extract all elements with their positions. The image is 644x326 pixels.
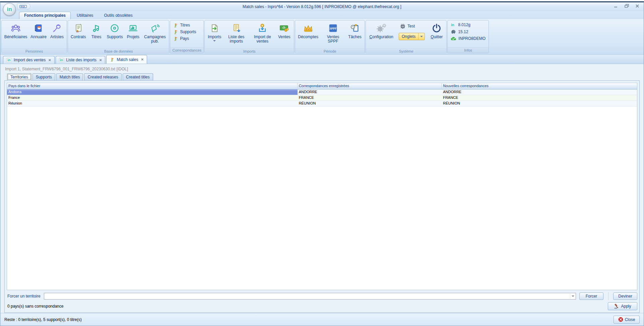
column-header-nouvelles[interactable]: Nouvelles correspondances [442,83,637,89]
sql-icon[interactable]: SQL [19,5,27,8]
ribbon-item-correspondances-supports[interactable]: Supports [172,29,197,35]
close-window-icon [635,4,639,8]
ribbon-item-decomptes[interactable]: Décomptes [296,21,320,48]
ribbon-group-infos: in 8.012g 15.12 [447,20,489,53]
doc-tab-label: Import des ventes [14,58,46,62]
sub-tab-match-titles[interactable]: Match titles [56,73,83,80]
info-label: 8.012g [458,22,470,27]
forcer-button[interactable]: Forcer [579,292,603,300]
minimize-button[interactable] [613,4,619,8]
ribbon-item-label: Ventes [278,35,291,39]
table-row-andorra[interactable]: Andorra ANDORRE ANDORRE [7,89,637,95]
close-tab-icon[interactable]: ✕ [141,58,143,61]
column-header-correspondances[interactable]: Correspondances enregistrées [298,83,442,89]
in-logo-icon: in [59,58,64,62]
title-bar: in SQL Match sales - Inpro*64 - Version … [0,2,644,11]
doc-tab-import-des-ventes[interactable]: in Import des ventes ✕ [3,56,55,64]
ribbon-item-annuaire[interactable]: Annuaire [29,21,48,48]
app-menu-button[interactable]: in [3,3,16,16]
sub-tab-created-releases[interactable]: Created releases [84,73,121,80]
cell-new[interactable]: FRANCE [442,95,637,101]
doc-tab-liste-des-imports[interactable]: in Liste des imports ✕ [56,56,106,64]
ribbon-group-label: Imports [205,48,294,54]
ribbon-item-label: Quitter [431,35,443,39]
status-remaining-text: Reste : 0 territoire(s), 5 support(s), 0… [4,317,82,322]
cell-file-country[interactable]: France [7,95,298,101]
cell-registered[interactable]: ANDORRE [298,89,442,95]
ribbon-item-label: Supports [180,29,196,34]
ribbon-group-base-de-donnees: Contrats Titres [68,20,169,53]
doc-tab-match-sales[interactable]: Match sales ✕ [106,55,147,64]
force-territory-combobox[interactable] [44,293,576,300]
ribbon-item-configuration[interactable]: Configuration [367,21,396,48]
address-book-icon [34,22,43,34]
cd-icon [110,22,119,34]
territories-panel: Pays dans le fichier Correspondances enr… [4,80,640,313]
ribbon-item-liste-des-imports[interactable]: Liste des imports [223,21,249,48]
ribbon-item-contrats[interactable]: Contrats [69,21,87,48]
ribbon-item-label: Bénéficiaires [4,35,27,39]
ribbon-item-ventes-sppf[interactable]: SPPF Ventes SPPF [320,21,346,48]
close-icon [618,317,623,322]
window-controls [613,4,640,8]
cell-registered[interactable]: FRANCE [298,95,442,101]
ribbon-item-correspondances-pays[interactable]: Pays [172,36,197,42]
table-row-france[interactable]: France FRANCE FRANCE [7,95,637,101]
ribbon-item-ventes[interactable]: $ Ventes [275,21,293,48]
apply-button-label: Apply [621,304,631,309]
ribbon-item-campagnes-pub[interactable]: Campagnes pub. [142,21,168,48]
ribbon-item-test[interactable]: Test [399,23,425,29]
cell-new[interactable]: RÉUNION [442,101,637,106]
ribbon-tab-outils-obsoletes[interactable]: Outils obsolètes [99,12,137,19]
ribbon-item-imports[interactable]: Imports [206,21,223,48]
close-window-button[interactable] [634,4,640,8]
sub-tab-created-titles[interactable]: Created titles [123,73,153,80]
ribbon-item-onglets[interactable]: Onglets [399,33,425,40]
close-tab-icon[interactable]: ✕ [99,58,102,62]
sub-tab-supports[interactable]: Supports [33,73,55,80]
coin-tray-icon: $ [258,22,267,34]
ribbon-tab-utilitaires[interactable]: Utilitaires [72,12,98,19]
ribbon-tab-fonctions-principales[interactable]: Fonctions principales [19,12,71,19]
ribbon-item-taches[interactable]: Tâches [346,21,364,48]
cell-file-country[interactable]: Andorra [7,89,298,95]
quick-access-toolbar[interactable]: SQL [17,3,30,9]
signpost-icon [173,36,178,41]
ribbon-item-import-de-ventes[interactable]: $ Import de ventes [249,21,275,48]
ribbon-item-quitter[interactable]: Quitter [428,21,445,48]
info-database: INPRO8DEMO [449,35,488,42]
ribbon-item-titres[interactable]: Titres [87,21,105,48]
list-doc-icon [232,22,241,34]
ribbon-tab-bar: Fonctions principales Utilitaires Outils… [0,11,644,19]
sub-tab-territories[interactable]: Territories [7,73,31,80]
combo-dropdown-arrow-icon[interactable] [570,293,576,299]
ribbon-item-label: Onglets [399,34,418,39]
force-territory-input[interactable] [44,293,570,299]
ribbon-item-projets[interactable]: Projets [124,21,142,48]
ribbon-item-artistes[interactable]: Artistes [48,21,66,48]
megaphone-icon [150,22,160,34]
ribbon-item-correspondances-titres[interactable]: Titres [172,22,197,28]
column-header-pays[interactable]: Pays dans le fichier [7,83,298,89]
close-button-label: Close [625,317,635,322]
cell-new[interactable]: ANDORRE [442,89,637,95]
deviner-button[interactable]: Deviner [613,292,637,300]
sppf-icon: SPPF [329,22,337,34]
svg-text:in: in [451,23,454,27]
ribbon-item-beneficiaires[interactable]: Bénéficiaires [3,21,29,48]
doc-tab-label: Liste des imports [66,58,96,62]
screen: in SQL Match sales - Inpro*64 - Version … [0,0,644,326]
cell-file-country[interactable]: Réunion [7,101,298,106]
cell-registered[interactable]: RÉUNION [298,101,442,106]
signpost-icon [173,29,178,35]
table-row-reunion[interactable]: Réunion RÉUNION RÉUNION [7,101,637,107]
chevron-down-icon[interactable] [418,36,425,37]
in-logo-icon: in [6,58,12,62]
apply-button[interactable]: Apply [608,302,637,310]
close-button[interactable]: Close [614,316,640,324]
ribbon-group-label: Personnes [2,48,67,54]
postgres-elephant-icon [451,29,456,34]
restore-button[interactable] [624,4,630,8]
close-tab-icon[interactable]: ✕ [48,58,51,62]
ribbon-item-supports[interactable]: Supports [105,21,124,48]
